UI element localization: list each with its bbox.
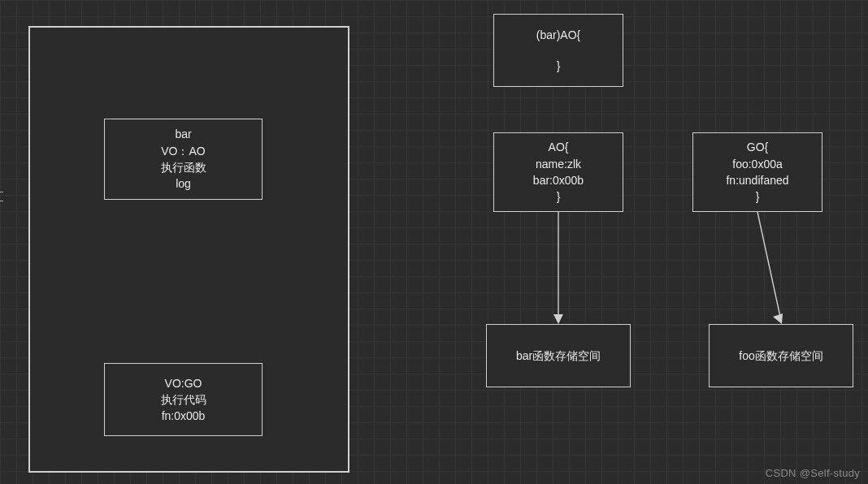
vo-go-box: VO:GO 执行代码 fn:0x00b	[104, 363, 263, 436]
ao-line1: AO{	[549, 139, 569, 155]
bar-line1: bar	[175, 126, 191, 142]
go-line4: }	[756, 188, 760, 205]
vogo-line2: 执行代码	[161, 391, 206, 408]
go-line3: fn:undifaned	[726, 172, 788, 188]
go-line1: GO{	[747, 139, 768, 155]
diagram-canvas: bar VO：AO 执行函数 log VO:GO 执行代码 fn:0x00b (…	[0, 0, 868, 484]
go-box: GO{ foo:0x00a fn:undifaned }	[692, 132, 822, 212]
bar-line2: VO：AO	[161, 143, 205, 159]
bar-ao-box: (bar)AO{ }	[493, 14, 623, 87]
left-edge-tick	[0, 192, 3, 201]
foo-storage-box: foo函数存储空间	[709, 324, 853, 387]
ao-box: AO{ name:zlk bar:0x00b }	[493, 132, 623, 212]
bar-storage-label: bar函数存储空间	[516, 348, 601, 364]
svg-marker-1	[553, 314, 563, 324]
ao-line4: }	[557, 188, 561, 205]
foo-storage-label: foo函数存储空间	[739, 348, 822, 364]
vogo-line3: fn:0x00b	[162, 408, 206, 424]
vogo-line1: VO:GO	[165, 375, 202, 391]
watermark: CSDN @Self-study	[766, 467, 860, 479]
barAO-line1: (bar)AO{	[536, 27, 580, 43]
bar-line4: log	[176, 175, 191, 192]
svg-line-2	[757, 212, 780, 317]
barAO-line2: }	[557, 58, 561, 74]
bar-line3: 执行函数	[161, 159, 206, 175]
ao-line3: bar:0x00b	[533, 172, 584, 188]
svg-marker-3	[773, 313, 783, 324]
go-line2: foo:0x00a	[732, 156, 783, 172]
ao-line2: name:zlk	[536, 156, 581, 172]
bar-storage-box: bar函数存储空间	[486, 324, 631, 387]
bar-execution-box: bar VO：AO 执行函数 log	[104, 119, 263, 200]
